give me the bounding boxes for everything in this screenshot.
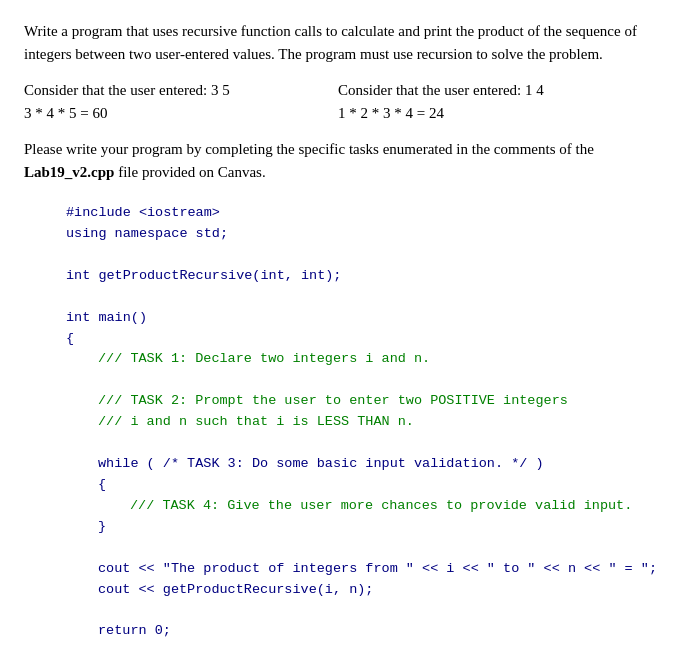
code-line-11: /// i and n such that i is LESS THAN n. — [34, 412, 652, 433]
code-line-02: using namespace std; — [34, 224, 652, 245]
code-text-01: #include <iostream> — [66, 205, 220, 220]
code-text-11: /// i and n such that i is LESS THAN n. — [98, 414, 414, 429]
example-right-result: 1 * 2 * 3 * 4 = 24 — [338, 102, 652, 125]
code-line-15: /// TASK 4: Give the user more chances t… — [34, 496, 652, 517]
code-line-14: { — [34, 475, 652, 496]
code-line-06: int main() — [34, 308, 652, 329]
code-text-21: return 0; — [98, 623, 171, 638]
code-text-13: while ( /* TASK 3: Do some basic input v… — [98, 456, 544, 471]
code-line-20 — [34, 601, 652, 622]
code-block: #include <iostream> using namespace std;… — [24, 203, 652, 645]
code-line-01: #include <iostream> — [34, 203, 652, 224]
code-line-09 — [34, 370, 652, 391]
code-text-06: int main() — [66, 310, 147, 325]
code-line-12 — [34, 433, 652, 454]
code-text-19: cout << getProductRecursive(i, n); — [98, 582, 373, 597]
code-line-16: } — [34, 517, 652, 538]
code-text-14: { — [98, 477, 106, 492]
code-text-02: using namespace std; — [66, 226, 228, 241]
code-text-10: /// TASK 2: Prompt the user to enter two… — [98, 393, 568, 408]
example-right-label-text: Consider that the user entered: 1 4 — [338, 82, 544, 98]
code-text-07: { — [66, 331, 74, 346]
code-text-15: /// TASK 4: Give the user more chances t… — [130, 498, 632, 513]
code-text-16: } — [98, 519, 106, 534]
examples-row: Consider that the user entered: 3 5 3 * … — [24, 79, 652, 124]
code-line-10: /// TASK 2: Prompt the user to enter two… — [34, 391, 652, 412]
instructions-text: Please write your program by completing … — [24, 141, 594, 180]
code-line-18: cout << "The product of integers from " … — [34, 559, 652, 580]
example-left-result-text: 3 * 4 * 5 = 60 — [24, 105, 107, 121]
example-right-label: Consider that the user entered: 1 4 — [338, 79, 652, 102]
example-left-label: Consider that the user entered: 3 5 — [24, 79, 338, 102]
code-line-03 — [34, 245, 652, 266]
code-text-18: cout << "The product of integers from " … — [98, 561, 657, 576]
code-line-05 — [34, 287, 652, 308]
example-left-result: 3 * 4 * 5 = 60 — [24, 102, 338, 125]
code-text-04: int getProductRecursive(int, int); — [66, 268, 341, 283]
code-text-08: /// TASK 1: Declare two integers i and n… — [98, 351, 430, 366]
example-left-label-text: Consider that the user entered: 3 5 — [24, 82, 230, 98]
example-right-result-text: 1 * 2 * 3 * 4 = 24 — [338, 105, 444, 121]
code-line-13: while ( /* TASK 3: Do some basic input v… — [34, 454, 652, 475]
description-text: Write a program that uses recursive func… — [24, 23, 637, 62]
example-left: Consider that the user entered: 3 5 3 * … — [24, 79, 338, 124]
code-line-21: return 0; — [34, 621, 652, 642]
code-line-17 — [34, 538, 652, 559]
code-line-04: int getProductRecursive(int, int); — [34, 266, 652, 287]
description-paragraph: Write a program that uses recursive func… — [24, 20, 652, 65]
code-line-19: cout << getProductRecursive(i, n); — [34, 580, 652, 601]
code-line-07: { — [34, 329, 652, 350]
instructions: Please write your program by completing … — [24, 138, 652, 183]
code-line-08: /// TASK 1: Declare two integers i and n… — [34, 349, 652, 370]
example-right: Consider that the user entered: 1 4 1 * … — [338, 79, 652, 124]
